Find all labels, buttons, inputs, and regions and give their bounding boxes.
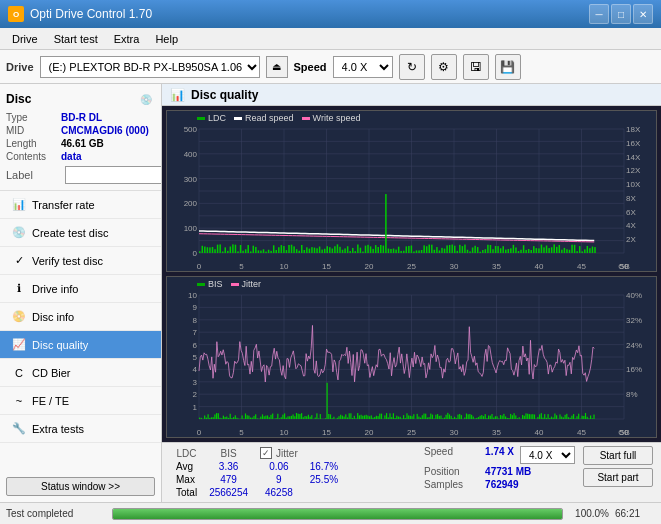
eject-button[interactable]: ⏏ (266, 56, 288, 78)
jitter-section: ✓ Jitter (260, 447, 298, 459)
start-full-button[interactable]: Start full (583, 446, 653, 465)
menu-start-test[interactable]: Start test (46, 31, 106, 47)
menu-bar: Drive Start test Extra Help (0, 28, 661, 50)
transfer-rate-icon: 📊 (12, 198, 26, 212)
disc-quality-label: Disc quality (32, 339, 88, 351)
disc-type-value: BD-R DL (61, 112, 102, 123)
top-chart-canvas (167, 111, 656, 271)
bis-legend-text: BIS (208, 279, 223, 289)
disc-info-button[interactable]: 💿 (137, 90, 155, 108)
content-icon: 📊 (170, 88, 185, 102)
avg-jitter: 16.7% (304, 460, 344, 473)
sidebar-item-disc-info[interactable]: 📀 Disc info (0, 303, 161, 331)
sidebar-item-verify-test-disc[interactable]: ✓ Verify test disc (0, 247, 161, 275)
jitter-check-cell: ✓ Jitter (254, 446, 304, 460)
config-button[interactable]: ⚙ (431, 54, 457, 80)
legend-bis: BIS (197, 279, 223, 289)
minimize-button[interactable]: ─ (589, 4, 609, 24)
ldc-legend-dot (197, 117, 205, 120)
close-button[interactable]: ✕ (633, 4, 653, 24)
sidebar-item-disc-quality[interactable]: 📈 Disc quality (0, 331, 161, 359)
max-ldc: 479 (203, 473, 254, 486)
drive-label: Drive (6, 61, 34, 73)
max-label: Max (170, 473, 203, 486)
legend-write-speed: Write speed (302, 113, 361, 123)
progress-bar-fill (113, 509, 562, 519)
charts-container: LDC Read speed Write speed (162, 106, 661, 442)
sidebar-item-extra-tests[interactable]: 🔧 Extra tests (0, 415, 161, 443)
disc-label-input[interactable] (65, 166, 162, 184)
verify-test-icon: ✓ (12, 254, 26, 268)
drive-selector[interactable]: (E:) PLEXTOR BD-R PX-LB950SA 1.06 (40, 56, 260, 78)
window-controls: ─ □ ✕ (589, 4, 653, 24)
menu-help[interactable]: Help (147, 31, 186, 47)
avg-row: Avg 3.36 0.06 16.7% (170, 460, 344, 473)
speed-select[interactable]: 4.0 X 2.0 X 6.0 X (333, 56, 393, 78)
verify-test-label: Verify test disc (32, 255, 103, 267)
disc-length-row: Length 46.61 GB (6, 138, 155, 149)
fe-te-label: FE / TE (32, 395, 69, 407)
disc-header: Disc 💿 (6, 90, 155, 108)
start-part-button[interactable]: Start part (583, 468, 653, 487)
disc-mid-value: CMCMAGDI6 (000) (61, 125, 149, 136)
status-text: Test completed (6, 508, 106, 519)
disc-label-row: Label ✏ (6, 166, 155, 184)
create-test-icon: 💿 (12, 226, 26, 240)
info-button[interactable]: 🖫 (463, 54, 489, 80)
speed-select-stats[interactable]: 4.0 X (520, 446, 575, 464)
sidebar-item-cd-bier[interactable]: C CD Bier (0, 359, 161, 387)
disc-length-label: Length (6, 138, 61, 149)
drive-select-input[interactable]: (E:) PLEXTOR BD-R PX-LB950SA 1.06 (45, 60, 260, 74)
time-text: 66:21 (615, 508, 655, 519)
position-value: 47731 MB (485, 466, 531, 477)
app-title: Opti Drive Control 1.70 (30, 7, 152, 21)
stats-bar: LDC BIS ✓ Jitter Avg 3.36 0.06 (162, 442, 661, 502)
total-ldc: 2566254 (203, 486, 254, 499)
disc-label-label: Label (6, 169, 61, 181)
main-layout: Disc 💿 Type BD-R DL MID CMCMAGDI6 (000) … (0, 84, 661, 502)
refresh-button[interactable]: ↻ (399, 54, 425, 80)
sidebar-item-transfer-rate[interactable]: 📊 Transfer rate (0, 191, 161, 219)
sidebar-item-drive-info[interactable]: ℹ Drive info (0, 275, 161, 303)
save-button[interactable]: 💾 (495, 54, 521, 80)
read-speed-legend-dot (234, 117, 242, 120)
menu-drive[interactable]: Drive (4, 31, 46, 47)
title-bar-left: O Opti Drive Control 1.70 (8, 6, 152, 22)
create-test-label: Create test disc (32, 227, 108, 239)
max-bis: 9 (254, 473, 304, 486)
content-area: 📊 Disc quality LDC Read speed (162, 84, 661, 502)
read-speed-legend-text: Read speed (245, 113, 294, 123)
status-window-button[interactable]: Status window >> (6, 477, 155, 496)
total-bis: 46258 (254, 486, 304, 499)
disc-mid-label: MID (6, 125, 61, 136)
sidebar-item-create-test-disc[interactable]: 💿 Create test disc (0, 219, 161, 247)
stats-header-row: LDC BIS ✓ Jitter (170, 446, 344, 460)
write-speed-legend-text: Write speed (313, 113, 361, 123)
maximize-button[interactable]: □ (611, 4, 631, 24)
jitter-legend-dot (231, 283, 239, 286)
speed-static-label: Speed (424, 446, 479, 464)
menu-extra[interactable]: Extra (106, 31, 148, 47)
drive-info-label: Drive info (32, 283, 78, 295)
speed-label: Speed (294, 61, 327, 73)
max-row: Max 479 9 25.5% (170, 473, 344, 486)
bottom-chart: BIS Jitter (166, 276, 657, 438)
ldc-col-header: LDC (170, 446, 203, 460)
sidebar: Disc 💿 Type BD-R DL MID CMCMAGDI6 (000) … (0, 84, 162, 502)
jitter-checkbox[interactable]: ✓ (260, 447, 272, 459)
disc-info-icon: 📀 (12, 310, 26, 324)
avg-ldc: 3.36 (203, 460, 254, 473)
speed-info: Speed 1.74 X 4.0 X Position 47731 MB Sam… (424, 446, 575, 490)
toolbar: Drive (E:) PLEXTOR BD-R PX-LB950SA 1.06 … (0, 50, 661, 84)
progress-text: 100.0% (569, 508, 609, 519)
bis-col-header: BIS (203, 446, 254, 460)
disc-length-value: 46.61 GB (61, 138, 104, 149)
status-bar: Test completed 100.0% 66:21 (0, 502, 661, 524)
legend-jitter: Jitter (231, 279, 262, 289)
action-buttons: Start full Start part (583, 446, 653, 487)
disc-title: Disc (6, 92, 31, 106)
disc-contents-value: data (61, 151, 82, 162)
sidebar-item-fe-te[interactable]: ~ FE / TE (0, 387, 161, 415)
bis-legend-dot (197, 283, 205, 286)
disc-contents-row: Contents data (6, 151, 155, 162)
